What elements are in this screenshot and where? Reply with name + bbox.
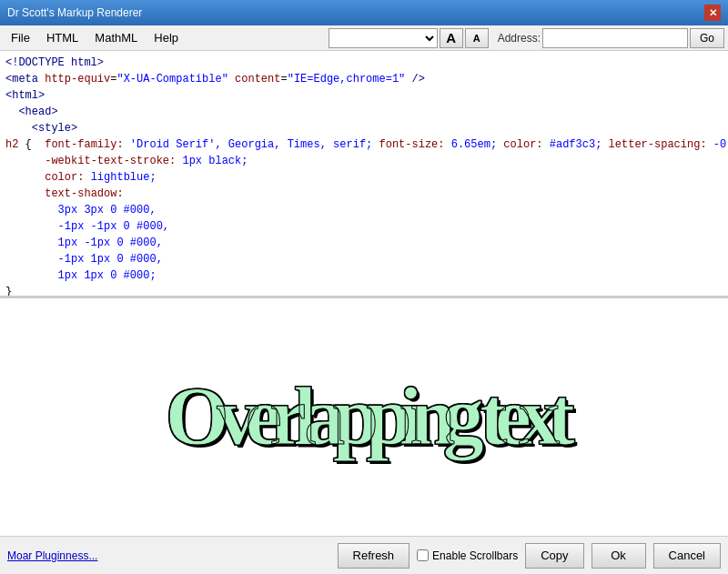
enable-scrollbars-checkbox[interactable] bbox=[417, 549, 429, 561]
code-line: } bbox=[5, 284, 723, 297]
main-area: <!DOCTYPE html> <meta http-equiv="X-UA-C… bbox=[0, 51, 728, 536]
font-decrease-button[interactable]: A bbox=[465, 28, 489, 48]
code-line: -1px 1px 0 #000, bbox=[5, 251, 723, 267]
code-line: <meta http-equiv="X-UA-Compatible" conte… bbox=[5, 71, 723, 87]
menu-bar: File HTML MathML Help A A Address: Go bbox=[0, 25, 728, 51]
footer-bar: Moar Pluginness... Refresh Enable Scroll… bbox=[0, 536, 728, 574]
enable-scrollbars-wrap: Enable Scrollbars bbox=[417, 549, 518, 562]
code-line: -webkit-text-stroke: 1px black; bbox=[5, 153, 723, 169]
code-line: color: lightblue; bbox=[5, 169, 723, 186]
address-label: Address: bbox=[498, 32, 541, 45]
preview-area: Overlapping text bbox=[0, 297, 728, 536]
refresh-button[interactable]: Refresh bbox=[338, 543, 410, 569]
font-size-select[interactable] bbox=[329, 28, 438, 48]
code-line: <html> bbox=[5, 87, 723, 104]
font-increase-button[interactable]: A bbox=[440, 28, 463, 48]
go-button[interactable]: Go bbox=[690, 28, 724, 48]
code-editor[interactable]: <!DOCTYPE html> <meta http-equiv="X-UA-C… bbox=[0, 51, 728, 297]
app-title: Dr Scott's Markup Renderer bbox=[7, 6, 142, 19]
preview-text: Overlapping text bbox=[166, 366, 562, 468]
code-line: <head> bbox=[5, 104, 723, 120]
menu-file[interactable]: File bbox=[4, 29, 37, 46]
title-bar: Dr Scott's Markup Renderer ✕ bbox=[0, 0, 728, 25]
code-line: 1px -1px 0 #000, bbox=[5, 235, 723, 251]
code-line: text-shadow: bbox=[5, 186, 723, 202]
code-line: h2 { font-family: 'Droid Serif', Georgia… bbox=[5, 136, 723, 153]
plugin-link[interactable]: Moar Pluginness... bbox=[7, 549, 330, 562]
address-input[interactable] bbox=[542, 28, 688, 48]
enable-scrollbars-label[interactable]: Enable Scrollbars bbox=[432, 549, 518, 562]
menu-mathml[interactable]: MathML bbox=[87, 29, 145, 46]
code-line: <!DOCTYPE html> bbox=[5, 55, 723, 71]
code-line: 3px 3px 0 #000, bbox=[5, 202, 723, 218]
copy-button[interactable]: Copy bbox=[525, 543, 583, 569]
ok-button[interactable]: Ok bbox=[592, 543, 646, 569]
code-line: <style> bbox=[5, 120, 723, 136]
menu-html[interactable]: HTML bbox=[39, 29, 86, 46]
cancel-button[interactable]: Cancel bbox=[653, 543, 721, 569]
close-button[interactable]: ✕ bbox=[704, 5, 721, 21]
code-line: 1px 1px 0 #000; bbox=[5, 267, 723, 284]
menu-help[interactable]: Help bbox=[147, 29, 186, 46]
code-line: -1px -1px 0 #000, bbox=[5, 218, 723, 235]
